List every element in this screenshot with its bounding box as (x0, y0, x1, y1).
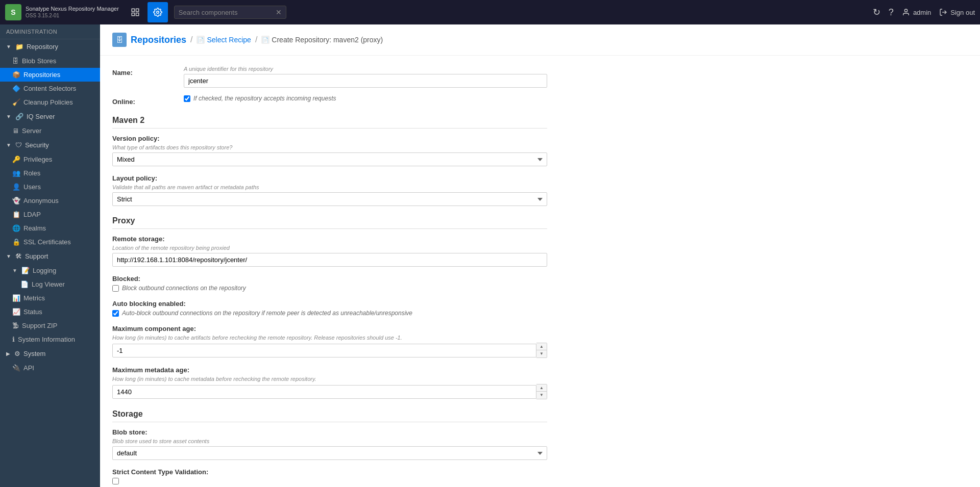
layout-policy-select[interactable]: Strict Permissive (112, 192, 547, 206)
sidebar-section-support: ▼ 🛠 Support ▼ 📝 Logging 📄 Log Viewer 📊 M… (0, 249, 100, 346)
name-input-col: A unique identifier for this repository (184, 66, 547, 88)
max-metadata-age-up[interactable]: ▲ (536, 385, 547, 392)
sidebar-item-ssl-certificates[interactable]: 🔒 SSL Certificates (0, 235, 100, 249)
breadcrumb-repositories-link[interactable]: Repositories (131, 35, 186, 45)
sidebar-section-repository: ▼ 📁 Repository 🗄 Blob Stores 📦 Repositor… (0, 39, 100, 109)
remote-storage-input[interactable] (112, 253, 547, 267)
anonymous-icon: 👻 (12, 197, 20, 204)
search-clear-icon[interactable]: ✕ (276, 8, 282, 16)
max-component-age-up[interactable]: ▲ (536, 343, 547, 350)
sidebar-group-security[interactable]: ▼ 🛡 Security (0, 138, 100, 152)
name-input[interactable] (184, 74, 547, 88)
layout-policy-hint: Validate that all paths are maven artifa… (112, 184, 547, 190)
help-icon[interactable]: ? (889, 7, 894, 18)
blocked-checkbox[interactable] (112, 285, 119, 292)
logging-icon: 📝 (21, 267, 30, 274)
auto-blocking-checkbox[interactable] (112, 310, 119, 317)
iq-server-label: IQ Server (27, 113, 55, 120)
app-logo-icon: S (5, 4, 21, 20)
strict-content-checkbox[interactable] (112, 478, 119, 484)
online-checkbox-row: If checked, the repository accepts incom… (184, 95, 547, 102)
blob-store-select[interactable]: default (112, 446, 547, 460)
sidebar-item-system-information[interactable]: ℹ System Information (0, 332, 100, 346)
svg-point-5 (904, 9, 907, 12)
sidebar-item-log-viewer[interactable]: 📄 Log Viewer (0, 277, 100, 291)
sidebar-item-repositories[interactable]: 📦 Repositories (0, 68, 100, 82)
support-label: Support (25, 252, 48, 260)
chevron-icon: ▼ (6, 44, 11, 49)
realms-label: Realms (23, 224, 46, 232)
version-policy-select[interactable]: Mixed Release Snapshot (112, 152, 547, 166)
privileges-label: Privileges (23, 156, 52, 163)
users-icon: 👤 (12, 183, 20, 191)
strict-content-block: Strict Content Type Validation: (112, 468, 547, 484)
search-input[interactable] (179, 9, 276, 16)
sidebar-item-content-selectors[interactable]: 🔷 Content Selectors (0, 82, 100, 95)
signout-section[interactable]: Sign out (939, 8, 975, 16)
chevron-icon: ▼ (6, 142, 11, 148)
sidebar-item-cleanup-policies[interactable]: 🧹 Cleanup Policies (0, 95, 100, 109)
max-metadata-age-input[interactable] (112, 385, 536, 399)
roles-label: Roles (23, 169, 40, 177)
user-section[interactable]: admin (902, 8, 931, 16)
sidebar-item-status[interactable]: 📈 Status (0, 305, 100, 319)
sidebar-group-support[interactable]: ▼ 🛠 Support (0, 249, 100, 264)
max-metadata-age-input-wrapper: ▲ ▼ (112, 384, 547, 399)
blocked-checkbox-row: Block outbound connections on the reposi… (112, 285, 547, 292)
sidebar-item-privileges[interactable]: 🔑 Privileges (0, 152, 100, 166)
support-icon: 🛠 (15, 252, 22, 260)
max-component-age-input[interactable] (112, 344, 536, 357)
sidebar-item-anonymous[interactable]: 👻 Anonymous (0, 194, 100, 208)
sidebar-item-ldap[interactable]: 📋 LDAP (0, 208, 100, 221)
sidebar-group-iq-server[interactable]: ▼ 🔗 IQ Server (0, 109, 100, 124)
sidebar-item-support-zip[interactable]: 🗜 Support ZIP (0, 319, 100, 332)
sidebar-item-blob-stores[interactable]: 🗄 Blob Stores (0, 54, 100, 68)
strict-content-checkbox-row (112, 478, 547, 484)
sidebar-item-users[interactable]: 👤 Users (0, 180, 100, 194)
sidebar-item-server[interactable]: 🖥 Server (0, 124, 100, 138)
blob-store-label: Blob store: (112, 428, 547, 436)
app-title: Sonatype Nexus Repository Manager (26, 6, 119, 12)
system-info-icon: ℹ (12, 336, 15, 343)
sidebar-item-logging-group[interactable]: ▼ 📝 Logging (0, 264, 100, 277)
refresh-icon[interactable]: ↻ (873, 7, 880, 18)
server-label: Server (22, 127, 41, 135)
security-label: Security (25, 141, 49, 149)
svg-rect-2 (132, 13, 134, 16)
breadcrumb-select-recipe-link[interactable]: 📄 Select Recipe (197, 36, 251, 44)
proxy-section-heading: Proxy (112, 216, 547, 229)
blob-store-hint: Blob store used to store asset contents (112, 438, 547, 444)
blocked-block: Blocked: Block outbound connections on t… (112, 275, 547, 292)
auto-blocking-checkbox-row: Auto-block outbound connections on the r… (112, 310, 547, 317)
version-policy-block: Version policy: What type of artifacts d… (112, 135, 547, 166)
sidebar-item-realms[interactable]: 🌐 Realms (0, 221, 100, 235)
name-hint: A unique identifier for this repository (184, 66, 547, 72)
max-component-age-down[interactable]: ▼ (536, 350, 547, 357)
ssl-certs-label: SSL Certificates (23, 238, 71, 246)
app-logo-text: Sonatype Nexus Repository Manager OSS 3.… (26, 6, 119, 18)
admin-icon-btn[interactable] (148, 2, 168, 22)
layout-policy-label: Layout policy: (112, 174, 547, 182)
breadcrumb-sep2: / (255, 35, 257, 44)
breadcrumb: 🗄 Repositories / 📄 Select Recipe / 📄 Cre… (100, 24, 980, 56)
sidebar-group-repository[interactable]: ▼ 📁 Repository (0, 39, 100, 54)
max-metadata-age-down[interactable]: ▼ (536, 392, 547, 399)
sidebar-section-security: ▼ 🛡 Security 🔑 Privileges 👥 Roles 👤 User… (0, 138, 100, 249)
browse-icon-btn[interactable] (125, 2, 145, 22)
ldap-icon: 📋 (12, 211, 20, 218)
group-icon-repository: 📁 (15, 43, 23, 50)
online-label: Online: (112, 95, 174, 106)
sidebar: Administration ▼ 📁 Repository 🗄 Blob Sto… (0, 24, 100, 487)
sidebar-item-roles[interactable]: 👥 Roles (0, 166, 100, 180)
log-viewer-icon: 📄 (20, 280, 29, 288)
top-header: S Sonatype Nexus Repository Manager OSS … (0, 0, 980, 24)
sidebar-group-system[interactable]: ▶ ⚙ System (0, 346, 100, 361)
auto-blocking-label: Auto blocking enabled: (112, 300, 547, 307)
iq-server-icon: 🔗 (15, 113, 23, 120)
online-checkbox[interactable] (184, 95, 190, 102)
support-zip-icon: 🗜 (12, 322, 19, 329)
api-label: API (23, 364, 34, 372)
blocked-checkbox-label: Block outbound connections on the reposi… (122, 285, 246, 292)
sidebar-item-api[interactable]: 🔌 API (0, 361, 100, 375)
sidebar-item-metrics[interactable]: 📊 Metrics (0, 291, 100, 305)
